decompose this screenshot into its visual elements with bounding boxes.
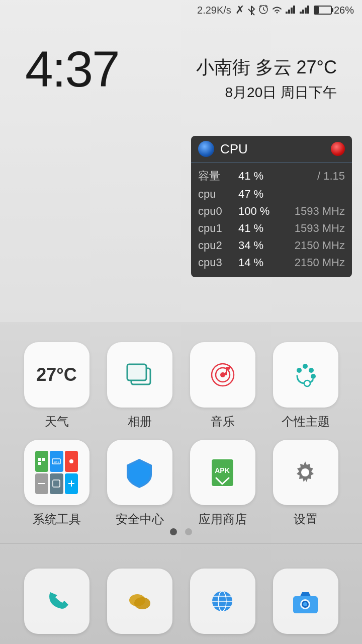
svg-point-46 xyxy=(303,602,307,606)
status-bar: 2.29K/s ✗ xyxy=(0,0,362,20)
settings-svg xyxy=(287,454,324,492)
cpu-extra-2: 1593 MHz xyxy=(295,205,345,218)
phone-svg xyxy=(40,585,73,618)
app-icon-themes[interactable] xyxy=(273,342,338,408)
security-svg xyxy=(121,454,158,492)
dock-item-phone[interactable] xyxy=(19,569,95,634)
dock-icon-browser[interactable] xyxy=(190,569,255,634)
svg-rect-1 xyxy=(286,12,288,14)
svg-rect-24 xyxy=(38,462,41,465)
app-icon-systools[interactable]: 10:3 xyxy=(24,440,89,505)
svg-rect-8 xyxy=(307,6,309,14)
cpu-extra-0: / 1.15 xyxy=(317,170,345,183)
svg-text:APK: APK xyxy=(215,466,230,474)
svg-text:10:3: 10:3 xyxy=(54,460,60,463)
weather-condition: 多云 xyxy=(255,57,292,77)
app-item-themes[interactable]: 个性主题 xyxy=(268,342,343,430)
cpu-label-3: cpu1 xyxy=(198,222,238,235)
bluetooth-icon: ✗ xyxy=(235,4,255,17)
cpu-value-2: 100 % xyxy=(238,205,295,218)
app-icon-photos[interactable] xyxy=(107,342,172,408)
cpu-extra-4: 2150 MHz xyxy=(295,239,345,252)
svg-rect-29 xyxy=(53,480,60,487)
signal2-icon xyxy=(300,4,311,17)
cpu-label-5: cpu3 xyxy=(198,256,238,269)
svg-point-21 xyxy=(304,380,310,386)
svg-rect-4 xyxy=(293,6,295,14)
app-item-music[interactable]: 音乐 xyxy=(185,342,260,430)
app-label-themes: 个性主题 xyxy=(282,414,330,430)
app-label-music: 音乐 xyxy=(211,414,235,430)
weather-temp: 27°C xyxy=(297,57,337,77)
cpu-row-cpu1: cpu1 41 % 1593 MHz xyxy=(198,220,345,237)
dock-icon-camera[interactable] xyxy=(273,569,338,634)
camera-svg xyxy=(289,585,322,618)
app-icon-music[interactable] xyxy=(190,342,255,408)
svg-point-18 xyxy=(303,364,308,369)
svg-rect-2 xyxy=(288,10,290,14)
app-item-settings[interactable]: 设置 xyxy=(268,440,343,527)
weather-date: 8月20日 周日下午 xyxy=(196,83,337,102)
app-label-systools: 系统工具 xyxy=(33,511,81,527)
cpu-value-0: 41 % xyxy=(238,170,317,183)
cpu-row-cpu0: cpu0 100 % 1593 MHz xyxy=(198,203,345,220)
cpu-row-cpu: cpu 47 % xyxy=(198,186,345,203)
app-icon-appstore[interactable]: APK xyxy=(190,440,255,505)
browser-svg xyxy=(206,585,239,618)
dock-item-browser[interactable] xyxy=(185,569,260,634)
cpu-label-4: cpu2 xyxy=(198,239,238,252)
weather-widget: 小南街 多云 27°C 8月20日 周日下午 xyxy=(196,55,337,102)
weather-info: 小南街 多云 27°C xyxy=(196,55,337,80)
svg-rect-3 xyxy=(291,8,293,14)
app-item-weather[interactable]: 27°C 天气 xyxy=(19,342,95,430)
cpu-label-1: cpu xyxy=(198,188,238,201)
themes-svg xyxy=(288,357,323,392)
svg-point-19 xyxy=(309,368,314,373)
app-label-weather: 天气 xyxy=(45,414,69,430)
svg-rect-22 xyxy=(38,458,41,461)
weather-location: 小南街 xyxy=(196,57,250,77)
app-item-photos[interactable]: 相册 xyxy=(102,342,177,430)
dock-item-messages[interactable] xyxy=(102,569,177,634)
svg-point-20 xyxy=(311,374,316,379)
app-icon-settings[interactable] xyxy=(273,440,338,505)
systools-grid: 10:3 xyxy=(35,451,78,494)
page-dot-2 xyxy=(185,528,192,535)
cpu-value-4: 34 % xyxy=(238,239,295,252)
status-icons: ✗ xyxy=(235,4,354,17)
app-item-appstore[interactable]: APK 应用商店 xyxy=(185,440,260,527)
wifi-icon xyxy=(272,4,283,17)
cpu-extra-3: 1593 MHz xyxy=(295,222,345,235)
svg-rect-5 xyxy=(300,12,302,14)
svg-point-27 xyxy=(69,459,73,463)
dock-icon-phone[interactable] xyxy=(24,569,89,634)
svg-rect-7 xyxy=(305,8,307,14)
alarm-icon xyxy=(258,4,268,17)
app-icon-security[interactable] xyxy=(107,440,172,505)
battery-indicator: 26% xyxy=(314,5,354,16)
cpu-value-5: 14 % xyxy=(238,256,295,269)
svg-point-17 xyxy=(297,368,302,373)
dock-item-camera[interactable] xyxy=(268,569,343,634)
app-icon-weather[interactable]: 27°C xyxy=(24,342,89,408)
app-item-systools[interactable]: 10:3 系统工具 xyxy=(19,440,95,527)
app-item-security[interactable]: 安全中心 xyxy=(102,440,177,527)
app-label-photos: 相册 xyxy=(128,414,152,430)
svg-point-16 xyxy=(224,372,227,375)
cpu-value-3: 41 % xyxy=(238,222,295,235)
messages-svg xyxy=(123,585,156,618)
appstore-svg: APK xyxy=(204,454,241,492)
app-label-appstore: 应用商店 xyxy=(199,511,247,527)
dock-separator xyxy=(0,543,362,544)
battery-percent: 26% xyxy=(334,5,354,16)
signal1-icon xyxy=(286,4,297,17)
cpu-red-button[interactable] xyxy=(331,142,345,156)
dock-icon-messages[interactable] xyxy=(107,569,172,634)
music-svg xyxy=(205,357,240,392)
page-dot-1 xyxy=(170,528,177,535)
network-speed: 2.29K/s xyxy=(197,5,231,16)
cpu-label-0: 容量 xyxy=(198,169,238,184)
svg-point-37 xyxy=(134,597,150,609)
cpu-widget-body: 容量 41 % / 1.15 cpu 47 % cpu0 100 % 1593 … xyxy=(191,163,352,277)
app-row-2: 10:3 系统工具 安全中心 xyxy=(15,440,347,527)
